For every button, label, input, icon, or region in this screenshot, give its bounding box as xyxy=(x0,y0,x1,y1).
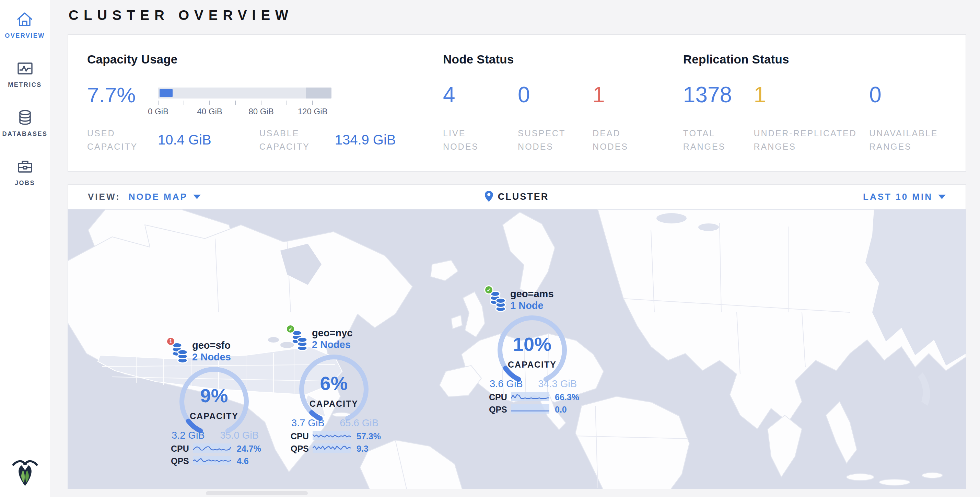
usable-capacity-label: USABLE CAPACITY xyxy=(259,127,316,153)
horizontal-scrollbar-thumb[interactable] xyxy=(206,491,308,495)
used-capacity-label: USED CAPACITY xyxy=(87,127,138,153)
stat-column: 1378TOTAL RANGES xyxy=(683,83,754,153)
metric-value: 57.3% xyxy=(356,432,381,441)
healthy-check-icon: ✓ xyxy=(286,324,295,334)
node-locality-marker-nyc[interactable]: ✓ geo=nyc 2 Nodes 6% CAPACITY 3.7 GiB 65… xyxy=(286,317,385,461)
sidebar-item-metrics[interactable]: METRICS xyxy=(8,59,42,89)
capacity-total-value: 35.0 GiB xyxy=(220,430,259,441)
metric-label: CPU xyxy=(171,444,191,454)
map-toolbar: VIEW: NODE MAP CLUSTER LAST 10 MIN xyxy=(68,184,966,209)
stat-column: 0SUSPECT NODES xyxy=(518,83,593,153)
sidebar-item-jobs[interactable]: JOBS xyxy=(15,158,35,187)
stat-value: 1378 xyxy=(683,83,754,106)
metric-row-qps: QPS 9.3 xyxy=(291,443,369,454)
healthy-check-icon: ✓ xyxy=(484,285,493,295)
sparkline-chart xyxy=(191,443,231,454)
sidebar-item-label: DATABASES xyxy=(2,131,48,138)
node-stack-icon xyxy=(490,291,506,312)
metric-row-qps: QPS 4.6 xyxy=(171,456,249,467)
stat-value: 1 xyxy=(754,83,869,106)
stat-value: 4 xyxy=(443,83,518,106)
stat-label: SUSPECT NODES xyxy=(518,127,564,153)
stat-label: UNAVAILABLE RANGES xyxy=(869,127,947,153)
axis-tick xyxy=(158,100,159,105)
node-count-label: 1 Node xyxy=(510,300,544,311)
sparkline-chart xyxy=(311,431,351,442)
axis-tick xyxy=(312,100,313,105)
capacity-range: 3.2 GiB 35.0 GiB xyxy=(172,430,259,441)
sidebar-item-overview[interactable]: OVERVIEW xyxy=(5,10,45,40)
capacity-range: 3.6 GiB 34.3 GiB xyxy=(490,378,577,390)
capacity-caption: CAPACITY xyxy=(495,360,570,370)
metric-value: 24.7% xyxy=(237,444,261,454)
home-icon xyxy=(16,10,33,28)
time-range-value: LAST 10 MIN xyxy=(863,191,933,202)
axis-tick xyxy=(235,100,236,105)
stat-value: 0 xyxy=(869,83,947,106)
sidebar: OVERVIEW METRICS DATABASES JOBS xyxy=(0,0,50,497)
metric-label: QPS xyxy=(291,444,311,454)
view-mode-dropdown[interactable]: NODE MAP xyxy=(129,191,201,202)
sidebar-item-label: JOBS xyxy=(15,180,35,187)
capacity-total-value: 34.3 GiB xyxy=(538,378,577,390)
node-locality-marker-sfo[interactable]: 1 geo=sfo 2 Nodes 9% CAPACITY 3.2 GiB 35… xyxy=(166,330,266,474)
metric-row-cpu: CPU 24.7% xyxy=(171,443,261,454)
node-status-section: Node Status 4LIVE NODES0SUSPECT NODES1DE… xyxy=(443,53,683,153)
node-map[interactable]: 1 geo=sfo 2 Nodes 9% CAPACITY 3.2 GiB 35… xyxy=(68,209,966,489)
node-stack-icon xyxy=(291,330,308,352)
metric-value: 0.0 xyxy=(555,405,567,415)
metric-row-cpu: CPU 57.3% xyxy=(291,431,381,442)
capacity-used-value: 3.2 GiB xyxy=(172,430,205,441)
replication-status-section: Replication Status 1378TOTAL RANGES1UNDE… xyxy=(683,53,947,153)
metric-label: CPU xyxy=(489,392,509,402)
capacity-used-value: 3.7 GiB xyxy=(291,417,325,429)
databases-icon xyxy=(16,108,34,126)
metric-row-qps: QPS 0.0 xyxy=(489,404,567,415)
metric-label: QPS xyxy=(171,456,191,466)
axis-tick xyxy=(286,100,287,105)
axis-tick-label: 0 GiB xyxy=(148,107,169,116)
capacity-percent: 9% xyxy=(177,384,252,407)
sparkline-chart xyxy=(311,443,351,454)
axis-tick xyxy=(209,100,210,105)
sidebar-item-databases[interactable]: DATABASES xyxy=(2,108,48,138)
capacity-caption: CAPACITY xyxy=(177,411,252,421)
metric-label: CPU xyxy=(291,432,311,441)
locality-label: geo=nyc xyxy=(312,327,352,339)
locality-label: geo=ams xyxy=(510,288,554,299)
stat-column: 1UNDER-REPLICATED RANGES xyxy=(754,83,869,153)
node-status-title: Node Status xyxy=(443,53,683,66)
warning-count-badge: 1 xyxy=(166,337,175,346)
stat-column: 4LIVE NODES xyxy=(443,83,518,153)
node-stack-icon xyxy=(172,342,188,364)
capacity-percent: 7.7% xyxy=(87,84,158,118)
node-count-label: 2 Nodes xyxy=(192,352,231,363)
cluster-summary-panel: Capacity Usage 7.7% 0 GiB40 GiB80 GiB120… xyxy=(68,34,966,172)
stat-label: DEAD NODES xyxy=(593,127,639,153)
stat-column: 0UNAVAILABLE RANGES xyxy=(869,83,947,153)
replication-status-title: Replication Status xyxy=(683,53,947,66)
stat-label: UNDER-REPLICATED RANGES xyxy=(754,127,869,153)
cockroachdb-logo-icon xyxy=(10,457,40,488)
locality-breadcrumb[interactable]: CLUSTER xyxy=(485,191,549,203)
page-title: CLUSTER OVERVIEW xyxy=(68,8,293,23)
sparkline-chart xyxy=(191,456,231,467)
location-pin-icon xyxy=(485,191,493,203)
time-range-dropdown[interactable]: LAST 10 MIN xyxy=(863,191,946,202)
capacity-usage-title: Capacity Usage xyxy=(87,53,443,66)
capacity-bar-reserved xyxy=(306,88,331,99)
used-capacity-value: 10.4 GiB xyxy=(158,132,212,148)
axis-tick xyxy=(184,100,184,105)
view-label: VIEW: xyxy=(88,191,121,202)
metric-value: 9.3 xyxy=(356,444,369,454)
stat-label: TOTAL RANGES xyxy=(683,127,730,153)
chevron-down-icon xyxy=(938,194,946,199)
capacity-bar: 0 GiB40 GiB80 GiB120 GiB xyxy=(158,88,331,118)
node-locality-marker-ams[interactable]: ✓ geo=ams 1 Node 10% CAPACITY 3.6 GiB 34… xyxy=(484,278,584,422)
view-mode-value: NODE MAP xyxy=(129,191,188,202)
capacity-range: 3.7 GiB 65.6 GiB xyxy=(291,417,379,429)
sparkline-chart xyxy=(509,404,549,415)
sidebar-item-label: OVERVIEW xyxy=(5,32,45,40)
axis-tick-label: 40 GiB xyxy=(197,107,222,116)
locality-label: geo=sfo xyxy=(192,340,231,351)
